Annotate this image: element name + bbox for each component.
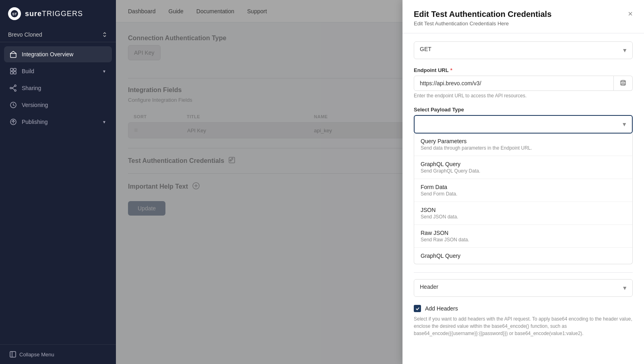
project-selector[interactable]: Brevo Cloned [0, 27, 116, 42]
option-desc: Send JSON data. [421, 214, 626, 220]
payload-option-graphql-2[interactable]: GraphQL Query [414, 248, 632, 264]
endpoint-url-input-wrapper [414, 76, 633, 91]
svg-point-7 [14, 85, 16, 86]
option-desc: Send GraphQL Query Data. [421, 168, 626, 174]
sidebar-item-label: Publishing [22, 119, 48, 125]
logo-icon: ST [8, 7, 21, 20]
sidebar-item-publishing[interactable]: Publishing ▼ [4, 114, 112, 130]
chevron-down-icon: ▼ [102, 69, 106, 74]
payload-option-json[interactable]: JSON Send JSON data. [414, 202, 632, 225]
select-arrow-icon: ▼ [622, 47, 627, 53]
payload-option-query-params[interactable]: Query Parameters Send data through param… [414, 133, 632, 156]
header-select[interactable]: Header ▼ [414, 279, 633, 297]
svg-rect-5 [10, 72, 13, 74]
database-icon [619, 79, 627, 86]
svg-rect-2 [10, 53, 16, 58]
option-title: Query Parameters [421, 138, 626, 144]
option-desc: Send Form Data. [421, 191, 626, 197]
collapse-label: Collapse Menu [19, 352, 54, 358]
sidebar-nav: Integration Overview Build ▼ Sharing Ver… [0, 46, 116, 344]
versioning-icon [10, 101, 17, 109]
project-name: Brevo Cloned [8, 31, 42, 38]
required-indicator: * [450, 67, 452, 73]
option-desc: Send data through parameters in the Endp… [421, 145, 626, 151]
add-headers-help: Select if you want to add headers with t… [414, 315, 633, 337]
add-headers-field: Add Headers Select if you want to add he… [414, 305, 633, 337]
modal-body: GET ▼ Endpoint URL * Enter the endpoint … [402, 33, 644, 364]
payload-select-arrow-icon: ▼ [621, 121, 627, 128]
sidebar-item-label: Versioning [22, 102, 48, 108]
sidebar: ST sureTRIGGERS Brevo Cloned Integration… [0, 0, 116, 364]
option-title: GraphQL Query [421, 253, 626, 259]
share-icon [10, 84, 17, 92]
svg-rect-12 [10, 352, 16, 357]
option-title: Raw JSON [421, 230, 626, 236]
option-title: JSON [421, 207, 626, 213]
endpoint-url-field: Endpoint URL * Enter the endpoint URL to… [414, 67, 633, 99]
payload-type-field: Select Payload Type ▼ Query Parameters S… [414, 107, 633, 264]
modal-subtitle: Edit Test Authentication Credentials Her… [414, 21, 551, 27]
option-title: GraphQL Query [421, 161, 626, 167]
header-value: Header [414, 280, 632, 296]
collapse-icon [10, 351, 16, 358]
modal-panel: Edit Test Authentication Credentials Edi… [402, 0, 644, 364]
sidebar-item-label: Integration Overview [22, 51, 73, 58]
svg-rect-4 [14, 68, 16, 71]
endpoint-url-help: Enter the endpoint URL to access the API… [414, 93, 633, 99]
modal-header: Edit Test Authentication Credentials Edi… [402, 0, 644, 33]
home-icon [10, 51, 17, 58]
main-area: Dashboard Guide Documentation Support Co… [116, 0, 644, 364]
method-value: GET [414, 42, 632, 59]
modal-title: Edit Test Authentication Credentials [414, 10, 551, 19]
payload-type-value [415, 116, 632, 133]
payload-type-label: Select Payload Type [414, 107, 633, 113]
payload-type-select[interactable]: ▼ [414, 115, 633, 134]
payload-option-raw-json[interactable]: Raw JSON Send Raw JSON data. [414, 225, 632, 248]
add-headers-label: Add Headers [425, 305, 458, 312]
project-sort-icon [101, 31, 108, 38]
publishing-icon [10, 118, 17, 125]
svg-rect-3 [10, 68, 13, 71]
method-field: GET ▼ [414, 41, 633, 59]
checkmark-icon [415, 306, 420, 311]
svg-rect-6 [14, 72, 16, 74]
payload-dropdown-list: Query Parameters Send data through param… [414, 133, 633, 264]
sidebar-item-sharing[interactable]: Sharing [4, 80, 112, 96]
logo-area: ST sureTRIGGERS [0, 0, 116, 27]
option-desc: Send Raw JSON data. [421, 237, 626, 243]
payload-option-form-data[interactable]: Form Data Send Form Data. [414, 179, 632, 202]
header-select-arrow-icon: ▼ [622, 285, 627, 291]
option-title: Form Data [421, 184, 626, 190]
chevron-down-icon: ▼ [102, 120, 106, 124]
sidebar-item-versioning[interactable]: Versioning [4, 97, 112, 113]
svg-point-8 [14, 90, 16, 91]
endpoint-url-label: Endpoint URL * [414, 67, 633, 73]
sidebar-item-label: Build [22, 68, 34, 74]
add-headers-checkbox[interactable] [414, 305, 421, 312]
add-headers-checkbox-row: Add Headers [414, 305, 633, 312]
build-icon [10, 68, 17, 75]
logo-text: sureTRIGGERS [25, 10, 83, 18]
collapse-menu-button[interactable]: Collapse Menu [0, 344, 116, 364]
svg-point-9 [10, 87, 12, 89]
modal-close-button[interactable]: × [628, 10, 633, 18]
endpoint-url-action-button[interactable] [614, 76, 633, 91]
sidebar-item-integration-overview[interactable]: Integration Overview [4, 46, 112, 62]
endpoint-url-input[interactable] [414, 76, 614, 91]
svg-text:ST: ST [12, 12, 17, 16]
sidebar-item-build[interactable]: Build ▼ [4, 63, 112, 79]
payload-option-graphql-1[interactable]: GraphQL Query Send GraphQL Query Data. [414, 156, 632, 179]
method-select[interactable]: GET ▼ [414, 41, 633, 59]
header-field: Header ▼ [414, 279, 633, 297]
sidebar-item-label: Sharing [22, 85, 41, 91]
